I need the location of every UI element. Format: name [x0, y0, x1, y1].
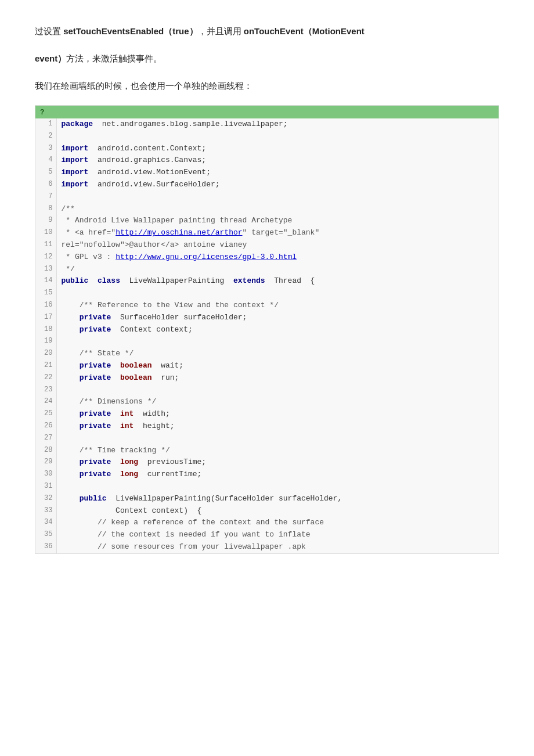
table-row: 15: [35, 287, 499, 300]
line-num: 3: [35, 143, 56, 155]
table-row: 33 Context context) {: [35, 505, 499, 517]
table-row: 28 /** Time tracking */: [35, 445, 499, 457]
line-num: 32: [35, 493, 56, 505]
code-line: [56, 191, 499, 203]
code-line: Context context) {: [56, 505, 499, 517]
code-line: private long currentTime;: [56, 469, 499, 481]
table-row: 13 */: [35, 264, 499, 276]
code-line: [56, 433, 499, 445]
line-num: 18: [35, 324, 56, 336]
table-row: 31: [35, 481, 499, 493]
line-num: 13: [35, 264, 56, 276]
code-header-text: ?: [40, 108, 44, 116]
code-line: [56, 336, 499, 348]
table-row: 18 private Context context;: [35, 324, 499, 336]
table-row: 9 * Android Live Wallpaper painting thre…: [35, 215, 499, 227]
code-line: private int height;: [56, 420, 499, 433]
line-num: 8: [35, 203, 56, 215]
line-num: 21: [35, 360, 56, 372]
table-row: 22 private boolean run;: [35, 372, 499, 384]
table-row: 17 private SurfaceHolder surfaceHolder;: [35, 312, 499, 324]
line-num: 4: [35, 154, 56, 167]
table-row: 36 // some resources from your livewallp…: [35, 541, 499, 553]
line-num: 2: [35, 131, 56, 143]
code-line: import android.view.MotionEvent;: [56, 167, 499, 179]
table-row: 20 /** State */: [35, 348, 499, 360]
code-line: // keep a reference of the context and t…: [56, 517, 499, 529]
table-row: 34 // keep a reference of the context an…: [35, 517, 499, 529]
line-num: 11: [35, 239, 56, 251]
table-row: 23: [35, 384, 499, 397]
code-line: import android.content.Context;: [56, 143, 499, 155]
table-row: 35 // the context is needed if you want …: [35, 529, 499, 541]
intro-line1: 过设置 setTouchEventsEnabled（true），并且调用 onT…: [35, 23, 499, 39]
table-row: 10 * <a href="http://my.oschina.net/arth…: [35, 227, 499, 239]
line-num: 25: [35, 408, 56, 420]
table-row: 14 public class LiveWallpaperPainting ex…: [35, 275, 499, 287]
code-table: 1 package net.androgames.blog.sample.liv…: [35, 118, 499, 553]
line-num: 31: [35, 481, 56, 493]
table-row: 5 import android.view.MotionEvent;: [35, 167, 499, 179]
line-num: 30: [35, 469, 56, 481]
table-row: 19: [35, 336, 499, 348]
line-num: 26: [35, 420, 56, 433]
line-num: 29: [35, 456, 56, 469]
table-row: 27: [35, 433, 499, 445]
code-line: private long previousTime;: [56, 456, 499, 469]
code-line: private boolean wait;: [56, 360, 499, 372]
code-line: // some resources from your livewallpape…: [56, 541, 499, 553]
line-num: 15: [35, 287, 56, 300]
line-num: 35: [35, 529, 56, 541]
line-num: 16: [35, 300, 56, 312]
code-line: /** Time tracking */: [56, 445, 499, 457]
code-line: [56, 481, 499, 493]
line-num: 10: [35, 227, 56, 239]
code-line: import android.graphics.Canvas;: [56, 154, 499, 167]
table-row: 7: [35, 191, 499, 203]
table-row: 8 /**: [35, 203, 499, 215]
code-line: /** Reference to the View and the contex…: [56, 300, 499, 312]
code-line: package net.androgames.blog.sample.livew…: [56, 118, 499, 131]
code-line: * GPL v3 : http://www.gnu.org/licenses/g…: [56, 251, 499, 264]
code-header: ?: [35, 106, 499, 118]
line-num: 27: [35, 433, 56, 445]
table-row: 11 rel="nofollow">@author</a> antoine vi…: [35, 239, 499, 251]
code-line: * Android Live Wallpaper painting thread…: [56, 215, 499, 227]
line-num: 1: [35, 118, 56, 131]
line-num: 33: [35, 505, 56, 517]
table-row: 16 /** Reference to the View and the con…: [35, 300, 499, 312]
line-num: 36: [35, 541, 56, 553]
intro-line2: event）方法，来激活触摸事件。: [35, 51, 499, 66]
line-num: 28: [35, 445, 56, 457]
code-line: private Context context;: [56, 324, 499, 336]
line-num: 23: [35, 384, 56, 397]
intro-block: 过设置 setTouchEventsEnabled（true），并且调用 onT…: [35, 23, 499, 93]
line-num: 5: [35, 167, 56, 179]
line-num: 14: [35, 275, 56, 287]
code-line: // the context is needed if you want to …: [56, 529, 499, 541]
table-row: 26 private int height;: [35, 420, 499, 433]
code-line: private int width;: [56, 408, 499, 420]
table-row: 6 import android.view.SurfaceHolder;: [35, 179, 499, 191]
table-row: 25 private int width;: [35, 408, 499, 420]
line-num: 34: [35, 517, 56, 529]
code-line: private boolean run;: [56, 372, 499, 384]
table-row: 30 private long currentTime;: [35, 469, 499, 481]
code-line: /** State */: [56, 348, 499, 360]
table-row: 3 import android.content.Context;: [35, 143, 499, 155]
table-row: 2: [35, 131, 499, 143]
code-line: public LiveWallpaperPainting(SurfaceHold…: [56, 493, 499, 505]
code-line: import android.view.SurfaceHolder;: [56, 179, 499, 191]
line-num: 24: [35, 396, 56, 408]
code-line: [56, 287, 499, 300]
table-row: 12 * GPL v3 : http://www.gnu.org/license…: [35, 251, 499, 264]
code-line: private SurfaceHolder surfaceHolder;: [56, 312, 499, 324]
code-line: [56, 384, 499, 397]
code-block: ? 1 package net.androgames.blog.sample.l…: [35, 105, 499, 554]
intro-line3: 我们在绘画墙纸的时候，也会使用一个单独的绘画线程：: [35, 78, 499, 93]
line-num: 7: [35, 191, 56, 203]
code-line: * <a href="http://my.oschina.net/arthor"…: [56, 227, 499, 239]
line-num: 22: [35, 372, 56, 384]
code-line: [56, 131, 499, 143]
line-num: 12: [35, 251, 56, 264]
